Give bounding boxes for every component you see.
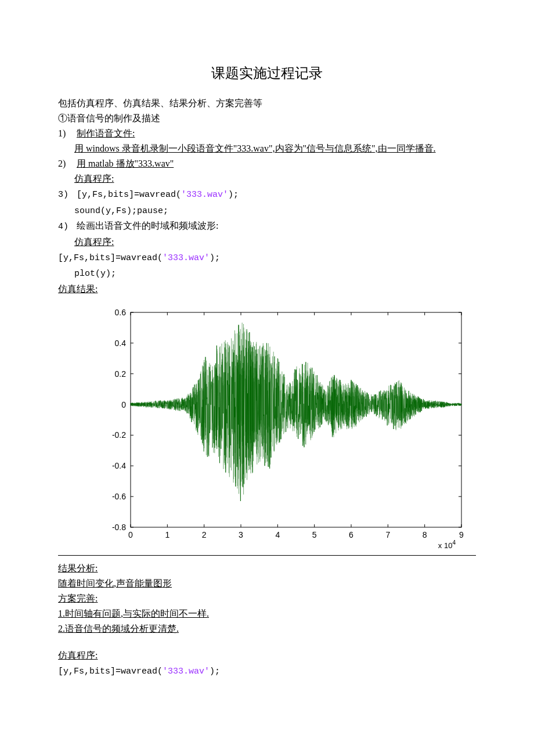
code-4b: ); bbox=[210, 253, 220, 263]
plan-point-2: 2.语音信号的频域分析更清楚. bbox=[58, 624, 179, 633]
list-item-2-b: 仿真程序: bbox=[58, 172, 476, 186]
analysis-block: 结果分析: 随着时间变化,声音能量图形 方案完善: 1.时间轴有问题,与实际的时… bbox=[58, 561, 476, 636]
list-item-4-b: 仿真程序: bbox=[58, 235, 476, 249]
svg-text:-0.8: -0.8 bbox=[112, 523, 126, 532]
svg-text:8: 8 bbox=[423, 530, 427, 539]
item-number-4: 4) bbox=[58, 221, 74, 234]
bottom-code-block: 仿真程序: [y,Fs,bits]=wavread('333.wav'); bbox=[58, 649, 476, 679]
svg-text:-0.4: -0.4 bbox=[112, 461, 126, 470]
svg-text:7: 7 bbox=[385, 530, 390, 539]
code-4-line1: [y,Fs,bits]=wavread('333.wav'); bbox=[58, 250, 476, 265]
code-3a: [y,Fs,bits]=wavread( bbox=[77, 190, 181, 200]
svg-text:4: 4 bbox=[275, 530, 280, 539]
item-4-text-b: 仿真程序: bbox=[74, 237, 114, 247]
code-3c: sound(y,Fs);pause; bbox=[74, 206, 168, 216]
item-number-3: 3) bbox=[58, 189, 74, 202]
waveform-chart: -0.8-0.6-0.4-0.200.20.40.60123456789x 10… bbox=[99, 307, 470, 550]
item-number-1: 1) bbox=[58, 127, 74, 141]
plan-point-1: 1.时间轴有问题,与实际的时间不一样. bbox=[58, 609, 209, 618]
svg-text:2: 2 bbox=[202, 530, 207, 539]
code-4a: [y,Fs,bits]=wavread( bbox=[58, 253, 163, 263]
code-4-line2: plot(y); bbox=[58, 266, 476, 281]
item-1-text-b: 用 windows 录音机录制一小段语音文件"333.wav",内容为"信号与信… bbox=[74, 143, 436, 153]
page-title: 课题实施过程记录 bbox=[58, 64, 476, 82]
analysis-text-1: 随着时间变化,声音能量图形 bbox=[58, 578, 172, 588]
svg-text:0.4: 0.4 bbox=[115, 338, 127, 347]
intro-line-2: ①语音信号的制作及描述 bbox=[58, 111, 476, 125]
svg-text:0: 0 bbox=[128, 530, 133, 539]
svg-text:0.6: 0.6 bbox=[115, 308, 127, 317]
divider bbox=[58, 555, 476, 556]
chart-svg: -0.8-0.6-0.4-0.200.20.40.60123456789x 10… bbox=[99, 307, 470, 550]
svg-text:0: 0 bbox=[121, 399, 126, 409]
code-3-line2: sound(y,Fs);pause; bbox=[58, 203, 476, 218]
svg-text:0.2: 0.2 bbox=[115, 369, 127, 378]
bottom-code-b: ); bbox=[210, 667, 220, 676]
list-item-1-b: 用 windows 录音机录制一小段语音文件"333.wav",内容为"信号与信… bbox=[58, 142, 476, 156]
bottom-code-line: [y,Fs,bits]=wavread('333.wav'); bbox=[58, 664, 476, 679]
code-4-string: '333.wav' bbox=[163, 253, 210, 263]
item-1-text-a: 制作语音文件: bbox=[77, 128, 135, 138]
bottom-code-a: [y,Fs,bits]=wavread( bbox=[58, 667, 163, 676]
item-number-2: 2) bbox=[58, 157, 74, 171]
intro-block: 包括仿真程序、仿真结果、结果分析、方案完善等 ①语音信号的制作及描述 1) 制作… bbox=[58, 96, 476, 296]
analysis-heading: 结果分析: bbox=[58, 563, 98, 573]
svg-text:5: 5 bbox=[312, 530, 317, 539]
bottom-code-string: '333.wav' bbox=[163, 667, 210, 676]
list-item-3: 3) [y,Fs,bits]=wavread('333.wav'); bbox=[58, 187, 476, 202]
item-4-text-a: 绘画出语音文件的时域和频域波形: bbox=[77, 221, 218, 231]
svg-text:3: 3 bbox=[239, 530, 243, 539]
intro-line-1: 包括仿真程序、仿真结果、结果分析、方案完善等 bbox=[58, 96, 476, 110]
list-item-4-a: 4) 绘画出语音文件的时域和频域波形: bbox=[58, 219, 476, 234]
bottom-heading: 仿真程序: bbox=[58, 650, 98, 660]
list-item-2-a: 2) 用 matlab 播放"333.wav" bbox=[58, 157, 476, 171]
item-2-text-a: 用 matlab 播放"333.wav" bbox=[77, 159, 174, 168]
svg-text:-0.6: -0.6 bbox=[112, 492, 126, 501]
svg-text:x 104: x 104 bbox=[438, 539, 456, 550]
list-item-1-a: 1) 制作语音文件: bbox=[58, 127, 476, 141]
svg-text:9: 9 bbox=[459, 530, 464, 539]
item-2-text-b: 仿真程序: bbox=[74, 174, 114, 183]
spacer bbox=[58, 637, 476, 647]
svg-text:6: 6 bbox=[349, 530, 353, 539]
page-root: 课题实施过程记录 包括仿真程序、仿真结果、结果分析、方案完善等 ①语音信号的制作… bbox=[0, 0, 534, 714]
plan-heading: 方案完善: bbox=[58, 593, 98, 603]
code-4c: plot(y); bbox=[74, 269, 116, 279]
sim-result-label: 仿真结果: bbox=[58, 282, 476, 296]
sim-result-text: 仿真结果: bbox=[58, 284, 98, 294]
svg-text:-0.2: -0.2 bbox=[112, 430, 126, 440]
code-3b: ); bbox=[228, 190, 239, 200]
code-3-string: '333.wav' bbox=[181, 190, 228, 200]
svg-text:1: 1 bbox=[165, 530, 169, 539]
